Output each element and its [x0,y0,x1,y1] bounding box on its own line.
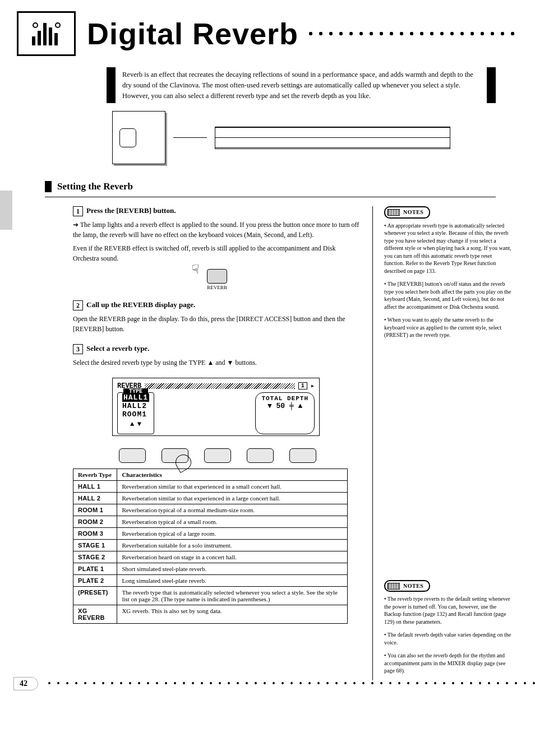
table-row: PLATE 2Long simulated steel-plate reverb… [73,575,348,587]
step-1-body: ➔ The lamp lights and a reverb effect is… [73,220,361,240]
reverb-button-diagram: ☟ REVERB [197,269,237,290]
notes-paragraph: • The reverb type reverts to the default… [384,595,513,625]
table-row: ROOM 3Reverberation typical of a large r… [73,528,348,540]
lcd-type-item: HALL2 [122,402,149,411]
step-3-body: Select the desired reverb type by using … [73,358,361,368]
device-diagram [112,111,518,164]
reverb-type-cell: PLATE 2 [73,575,117,587]
depth-slider-icon: ╪ [289,402,294,410]
reverb-type-cell: XG REVERB [73,605,117,624]
step-1: 1 Press the [REVERB] button. ➔ The lamp … [73,206,361,290]
table-row: (PRESET)The reverb type that is automati… [73,587,348,605]
diagram-connector [173,137,207,138]
notes-badge: NOTES [384,206,430,219]
reverb-char-cell: Short simulated steel-plate reverb. [117,563,348,575]
notes-column: NOTES • An appropriate reverb type is au… [372,206,518,680]
reverb-type-cell: HALL 2 [73,493,117,504]
main-column: 1 Press the [REVERB] button. ➔ The lamp … [73,206,372,624]
table-row: ROOM 2Reverberation typical of a small r… [73,516,348,528]
lcd-soft-button-5[interactable] [289,448,316,463]
reverb-char-cell: Reverberation heard on stage in a concer… [117,551,348,563]
depth-down-icon: ▼ [268,402,272,410]
svg-rect-4 [54,33,58,45]
step-number: 3 [73,344,83,354]
reverb-char-cell: Reverberation typical of a large room. [117,528,348,540]
lcd-soft-button-3[interactable] [204,448,231,463]
reverb-char-cell: Reverberation similar to that experience… [117,493,348,504]
notes-paragraph: • The [REVERB] button's on/off status an… [384,280,513,310]
table-row: STAGE 2Reverberation heard on stage in a… [73,551,348,563]
table-row: STAGE 1Reverberation suitable for a solo… [73,540,348,551]
type-down-icon: ▼ [137,420,141,428]
section-rule [45,197,496,197]
reverb-table-header-char: Characteristics [117,469,348,481]
lcd-soft-button-4[interactable] [247,448,274,463]
table-row: ROOM 1Reverberation typical of a normal … [73,504,348,516]
notes-badge: NOTES [384,580,430,592]
hand-press-icon: ☟ [192,262,199,277]
svg-point-5 [33,23,38,27]
svg-point-6 [56,23,60,27]
step-number: 1 [73,206,83,216]
step-2: 2 Call up the REVERB display page. Open … [73,300,361,334]
page-title: Digital Reverb [87,16,300,51]
page-header: Digital Reverb [17,11,518,56]
lcd-display: REVERB 1 ▸ TYPE HALL1 HALL2 ROOM1 ▲ [112,378,320,436]
lcd-page-number: 1 [298,382,307,389]
notes-label: NOTES [403,208,423,216]
intro-block: Reverb is an effect that recreates the d… [107,67,496,103]
svg-rect-0 [32,36,35,45]
lcd-type-label: TYPE [123,388,148,395]
reverb-type-cell: PLATE 1 [73,563,117,575]
lcd-soft-button-1[interactable] [119,448,146,463]
table-row: HALL 1Reverberation similar to that expe… [73,481,348,493]
device-right-panel [215,127,450,149]
section-heading-row: Setting the Reverb [45,181,518,192]
lcd-depth-box: TOTAL DEPTH ▼ 50 ╪ ▲ [255,392,315,434]
step-1-body-2: Even if the REVERB effect is switched of… [73,243,361,263]
reverb-type-cell: (PRESET) [73,587,117,605]
lcd-soft-button-2[interactable] [162,448,188,463]
table-row: HALL 2Reverberation similar to that expe… [73,493,348,504]
header-dots [306,31,519,36]
reverb-hardware-button[interactable] [207,269,227,284]
equalizer-icon [30,20,63,48]
reverb-button-label: REVERB [197,285,237,290]
notes-paragraph: • The default reverb depth value varies … [384,631,513,646]
reverb-char-cell: Long simulated steel-plate reverb. [117,575,348,587]
step-2-body: Open the REVERB page in the display. To … [73,314,361,334]
page-number: 42 [13,677,38,690]
reverb-type-cell: ROOM 1 [73,504,117,516]
section-title: Setting the Reverb [57,181,133,192]
reverb-char-cell: XG reverb. This is also set by song data… [117,605,348,624]
keyboard-icon [388,583,400,590]
intro-right-bar [487,67,496,103]
keyboard-icon [388,209,400,216]
reverb-type-cell: STAGE 2 [73,551,117,563]
step-2-title: Call up the REVERB display page. [86,300,195,309]
reverb-char-cell: Reverberation suitable for a solo instru… [117,540,348,551]
notes-paragraph: • You can also set the reverb depth for … [384,652,513,675]
reverb-char-cell: The reverb type that is automatically se… [117,587,348,605]
step-number: 2 [73,300,83,310]
notes-label: NOTES [403,582,423,590]
step-1-title: Press the [REVERB] button. [86,206,176,215]
intro-left-bar [107,67,116,103]
reverb-table-header-type: Reverb Type [73,469,117,481]
lcd-depth-label: TOTAL DEPTH [261,395,308,402]
lcd-type-item: ROOM1 [122,411,149,419]
lcd-type-box: TYPE HALL1 HALL2 ROOM1 ▲ ▼ [117,392,154,434]
footer-dots [45,681,535,685]
step-3-title: Select a reverb type. [86,344,149,353]
reverb-char-cell: Reverberation similar to that experience… [117,481,348,493]
notes-paragraph: • When you want to apply the same reverb… [384,316,513,339]
reverb-type-cell: ROOM 2 [73,516,117,528]
svg-rect-2 [43,23,47,45]
section-bar [45,181,52,192]
intro-text: Reverb is an effect that recreates the d… [120,67,482,103]
depth-up-icon: ▲ [298,402,303,410]
lcd-depth-value: 50 [276,402,285,410]
reverb-type-cell: ROOM 3 [73,528,117,540]
reverb-type-table: Reverb Type Characteristics HALL 1Reverb… [73,469,348,624]
svg-rect-3 [49,27,52,45]
